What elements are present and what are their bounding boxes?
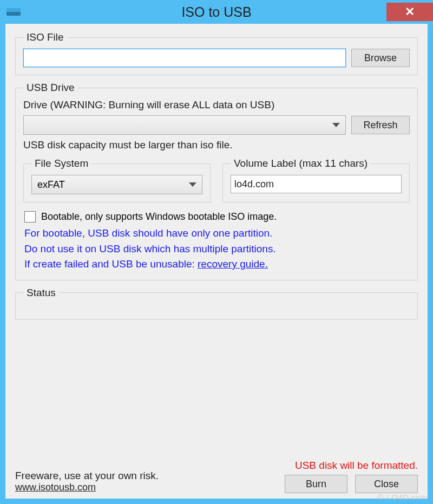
footer-right: USB disk will be formatted. Burn Close [285, 460, 418, 493]
drive-warning-label: Drive (WARNING: Burning will erase ALL d… [23, 99, 410, 111]
file-system-group: File System exFAT [23, 158, 211, 202]
website-link[interactable]: www.isotousb.com [15, 482, 159, 493]
bootable-label: Bootable, only supports Windows bootable… [41, 211, 277, 222]
format-warning: USB disk will be formatted. [295, 460, 418, 472]
freeware-note: Freeware, use at your own risk. [15, 470, 159, 482]
close-button[interactable]: Close [355, 475, 418, 493]
footer: Freeware, use at your own risk. www.isot… [15, 457, 418, 493]
file-system-select[interactable]: exFAT [31, 175, 202, 194]
burn-button[interactable]: Burn [285, 475, 347, 493]
app-window: ISO to USB ✕ ISO File Browse USB Drive D… [0, 0, 433, 504]
iso-path-input[interactable] [23, 49, 346, 67]
iso-file-group: ISO File Browse [15, 31, 418, 75]
status-legend: Status [23, 287, 59, 299]
bootable-hint-line1: For bootable, USB disk should have only … [24, 226, 410, 241]
close-icon: ✕ [405, 5, 415, 19]
refresh-button[interactable]: Refresh [351, 116, 410, 134]
usb-drive-legend: USB Drive [23, 82, 78, 94]
app-icon [6, 8, 21, 16]
volume-label-group: Volume Label (max 11 chars) [222, 158, 410, 202]
file-system-legend: File System [31, 158, 91, 169]
iso-file-legend: ISO File [23, 31, 67, 43]
capacity-note: USB disk capacity must be larger than is… [23, 139, 410, 151]
status-group: Status [15, 287, 418, 319]
chevron-down-icon [189, 182, 196, 187]
bootable-hint-line3: If create failed and USB be unusable: re… [24, 257, 410, 272]
volume-label-legend: Volume Label (max 11 chars) [231, 158, 371, 169]
titlebar: ISO to USB ✕ [0, 0, 433, 24]
file-system-value: exFAT [37, 179, 65, 191]
browse-button[interactable]: Browse [351, 49, 410, 67]
bootable-hint-line3-text: If create failed and USB be unusable: [24, 258, 198, 270]
client-area: ISO File Browse USB Drive Drive (WARNING… [5, 24, 428, 499]
bootable-hint-line2: Do not use it on USB disk which has mult… [24, 241, 410, 257]
bootable-checkbox[interactable] [24, 211, 36, 222]
chevron-down-icon [332, 123, 340, 127]
window-title: ISO to USB [0, 4, 433, 20]
drive-select[interactable] [23, 115, 346, 135]
window-close-button[interactable]: ✕ [386, 3, 433, 21]
volume-label-input[interactable] [231, 175, 402, 193]
usb-drive-group: USB Drive Drive (WARNING: Burning will e… [15, 82, 418, 280]
freeware-block: Freeware, use at your own risk. www.isot… [15, 470, 159, 493]
bootable-hint: For bootable, USB disk should have only … [24, 226, 410, 272]
recovery-guide-link[interactable]: recovery guide. [198, 258, 268, 270]
